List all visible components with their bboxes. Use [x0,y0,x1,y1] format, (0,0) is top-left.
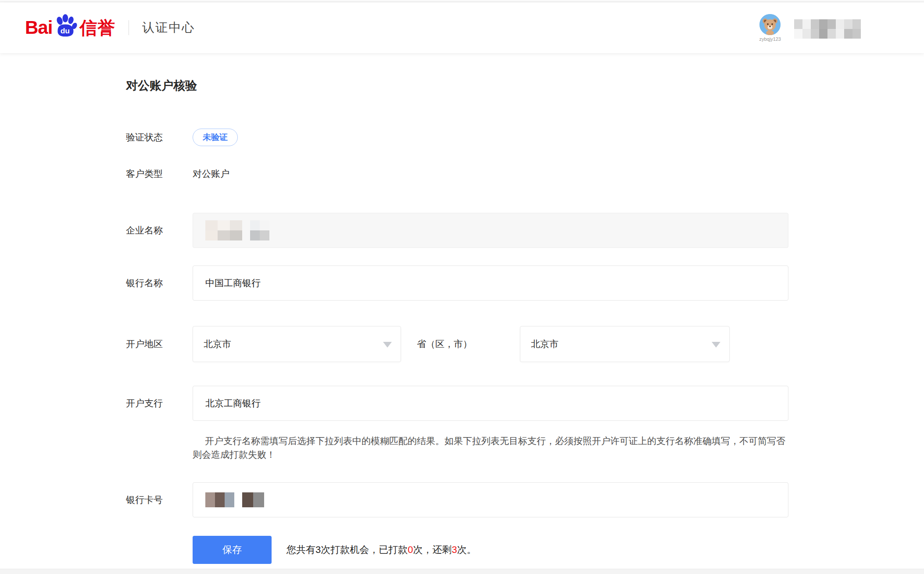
logo-text-bai: Bai [25,17,52,38]
branch-label: 开户支行 [126,397,193,409]
company-name-label: 企业名称 [126,224,193,237]
msg-part: 您共有3次打款机会，已打款 [287,544,408,555]
header-divider [129,20,129,35]
caret-down-icon [383,342,392,348]
username: zybqjy123 [759,36,781,42]
redacted-account-name [794,19,861,39]
verify-status-row: 验证状态 未验证 [126,129,788,146]
bank-name-row: 银行名称 [126,265,788,301]
company-name-row: 企业名称 [126,213,788,248]
province-select[interactable]: 北京市 [193,326,401,362]
page-title: 对公账户核验 [126,78,924,93]
region-label: 开户地区 [126,338,193,350]
city-select[interactable]: 北京市 [520,326,730,362]
card-number-field[interactable] [193,482,788,517]
redacted-card-number [205,492,264,507]
customer-type-label: 客户类型 [126,168,193,180]
branch-note: 开户支行名称需填写后选择下拉列表中的模糊匹配的结果。如果下拉列表无目标支行，必须… [193,434,789,461]
header: Bai du 信誉 认证中心 [0,2,924,53]
baidu-xinyu-logo[interactable]: Bai du 信誉 [25,15,115,40]
status-badge: 未验证 [193,129,238,146]
msg-part: 次。 [457,544,476,555]
company-name-field [193,213,788,248]
save-row: 保存 您共有3次打款机会，已打款0次，还剩3次。 [126,536,788,564]
header-right: zybqjy123 [759,14,924,42]
customer-type-row: 客户类型 对公账户 [126,167,788,180]
redacted-company-name [205,220,269,240]
province-selected-value: 北京市 [204,338,231,350]
footer-strip [0,569,924,574]
city-selected-value: 北京市 [531,338,559,350]
msg-part: 次，还剩 [413,544,452,555]
user-avatar-block[interactable]: zybqjy123 [759,14,781,42]
verify-status-label: 验证状态 [126,131,193,144]
bank-name-input[interactable] [193,265,788,301]
main-content: 对公账户核验 验证状态 未验证 客户类型 对公账户 企业名称 [0,78,924,564]
branch-input[interactable] [193,386,788,421]
region-mid-label: 省（区，市） [417,338,474,350]
remit-chance-message: 您共有3次打款机会，已打款0次，还剩3次。 [287,543,476,556]
remitted-count: 0 [408,544,413,555]
branch-row: 开户支行 [126,386,788,421]
site-title: 认证中心 [142,19,195,36]
remaining-count: 3 [452,544,457,555]
customer-type-value: 对公账户 [193,168,229,180]
save-button[interactable]: 保存 [193,536,272,564]
avatar[interactable] [759,14,781,35]
card-number-label: 银行卡号 [126,494,193,506]
bank-name-label: 银行名称 [126,277,193,289]
caret-down-icon [712,342,720,348]
region-row: 开户地区 北京市 省（区，市） 北京市 [126,326,788,362]
logo-text-xinyu: 信誉 [79,16,115,40]
svg-text:du: du [61,26,70,35]
card-number-row: 银行卡号 [126,482,788,517]
baidu-paw-icon: du [53,13,79,39]
